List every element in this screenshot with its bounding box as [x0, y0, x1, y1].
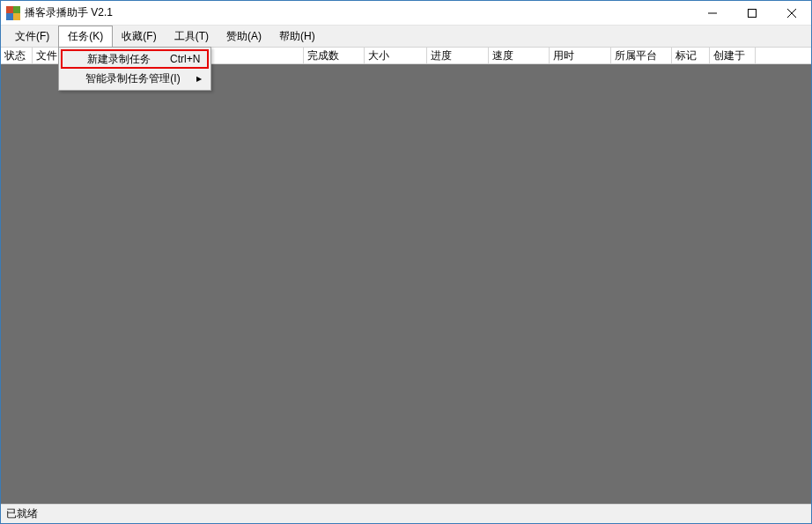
svg-rect-1 — [748, 9, 756, 17]
dropdown-item-shortcut: Ctrl+N — [170, 53, 200, 65]
status-text: 已就绪 — [6, 506, 38, 521]
window-title: 播客录播助手 V2.1 — [25, 5, 692, 20]
menu-task[interactable]: 任务(K) 新建录制任务 Ctrl+N 智能录制任务管理(I) ▶ — [58, 26, 113, 47]
submenu-arrow-icon: ▶ — [196, 75, 202, 83]
col-mark[interactable]: 标记 — [672, 48, 710, 63]
col-speed[interactable]: 速度 — [489, 48, 550, 63]
col-size[interactable]: 大小 — [365, 48, 427, 63]
app-icon — [6, 6, 20, 20]
menu-label: 收藏(F) — [122, 29, 156, 44]
menu-label: 工具(T) — [174, 29, 209, 44]
menu-tools[interactable]: 工具(T) — [166, 26, 218, 47]
menu-help[interactable]: 帮助(H) — [270, 26, 324, 47]
col-platform[interactable]: 所属平台 — [611, 48, 672, 63]
statusbar: 已就绪 — [1, 504, 811, 523]
menu-label: 任务(K) — [68, 29, 103, 44]
menu-label: 文件(F) — [15, 29, 49, 44]
col-progress[interactable]: 进度 — [427, 48, 489, 63]
dropdown-smart-record-manage[interactable]: 智能录制任务管理(I) ▶ — [61, 69, 209, 88]
col-elapsed[interactable]: 用时 — [550, 48, 611, 63]
menubar: 文件(F) 任务(K) 新建录制任务 Ctrl+N 智能录制任务管理(I) ▶ … — [1, 26, 811, 47]
task-dropdown: 新建录制任务 Ctrl+N 智能录制任务管理(I) ▶ — [58, 47, 211, 91]
menu-file[interactable]: 文件(F) — [6, 26, 58, 47]
dropdown-item-label: 智能录制任务管理(I) — [85, 71, 202, 86]
window-controls — [692, 1, 811, 25]
col-created[interactable]: 创建于 — [710, 48, 756, 63]
close-button[interactable] — [771, 1, 811, 25]
menu-label: 帮助(H) — [279, 29, 315, 44]
menu-favorites[interactable]: 收藏(F) — [113, 26, 165, 47]
maximize-button[interactable] — [732, 1, 771, 25]
dropdown-item-label: 新建录制任务 — [87, 52, 170, 67]
dropdown-new-record-task[interactable]: 新建录制任务 Ctrl+N — [61, 49, 209, 69]
col-completed[interactable]: 完成数 — [304, 48, 365, 63]
titlebar: 播客录播助手 V2.1 — [1, 1, 811, 26]
minimize-button[interactable] — [692, 1, 732, 25]
col-status[interactable]: 状态 — [1, 48, 33, 63]
menu-label: 赞助(A) — [226, 29, 262, 44]
menu-donate[interactable]: 赞助(A) — [218, 26, 270, 47]
content-area — [1, 64, 811, 504]
